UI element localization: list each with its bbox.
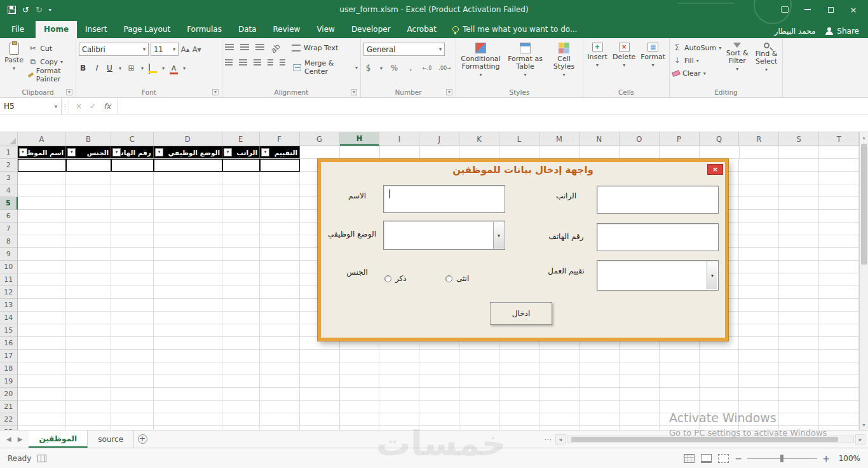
cell-A5[interactable] — [18, 197, 67, 210]
tell-me-box[interactable]: Tell me what you want to do... — [445, 21, 585, 38]
cell-E20[interactable] — [222, 388, 260, 401]
cell-O17[interactable] — [620, 350, 660, 362]
userform-close-button[interactable]: × — [707, 164, 723, 175]
cell-S8[interactable] — [779, 235, 819, 248]
cell-K21[interactable] — [459, 401, 499, 413]
cell-C8[interactable] — [111, 235, 154, 248]
tab-view[interactable]: View — [308, 21, 342, 38]
sheet-tab-source[interactable]: source — [88, 430, 134, 448]
job-dropdown-icon[interactable]: ▾ — [493, 222, 504, 249]
cell-R22[interactable] — [739, 413, 779, 426]
cell-D3[interactable] — [154, 172, 222, 184]
cell-N19[interactable] — [580, 375, 620, 388]
cell-P22[interactable] — [660, 413, 700, 426]
cell-P17[interactable] — [660, 350, 700, 362]
cell-L18[interactable] — [499, 362, 539, 375]
column-header-A[interactable]: A — [18, 132, 67, 146]
cell-E11[interactable] — [222, 273, 260, 286]
cell-F7[interactable] — [260, 223, 300, 235]
cell-B4[interactable] — [66, 184, 111, 197]
cell-B21[interactable] — [66, 401, 111, 413]
rating-dropdown-icon[interactable]: ▾ — [707, 261, 717, 289]
column-header-O[interactable]: O — [620, 132, 660, 146]
row-header-5[interactable]: 5 — [0, 197, 18, 210]
cell-A2[interactable] — [18, 159, 67, 172]
cell-C9[interactable] — [111, 248, 154, 261]
cell-K23[interactable] — [459, 426, 499, 430]
cell-A13[interactable] — [18, 299, 67, 312]
cell-A4[interactable] — [18, 184, 67, 197]
cell-I20[interactable] — [379, 388, 419, 401]
cell-A12[interactable] — [18, 286, 67, 299]
cell-T12[interactable] — [819, 286, 859, 299]
clipboard-dialog-launcher[interactable]: ▾ — [66, 89, 72, 95]
cell-H21[interactable] — [340, 401, 380, 413]
increase-decimal-icon[interactable]: ←.0 — [423, 65, 431, 71]
sheet-nav-right-icon[interactable]: ▶ — [18, 436, 23, 443]
cell-L20[interactable] — [499, 388, 539, 401]
cell-L17[interactable] — [499, 350, 539, 362]
cell-G23[interactable] — [300, 426, 340, 430]
share-button[interactable]: Share — [825, 27, 859, 36]
cell-S23[interactable] — [779, 426, 819, 430]
new-sheet-button[interactable]: + — [134, 430, 151, 448]
cell-B8[interactable] — [66, 235, 111, 248]
align-bottom-icon[interactable] — [255, 44, 264, 45]
cell-F23[interactable] — [260, 426, 300, 430]
cell-T20[interactable] — [819, 388, 859, 401]
tab-overflow-icon[interactable]: ⋯ — [544, 435, 552, 444]
percent-style-icon[interactable]: % — [390, 64, 399, 72]
clear-button[interactable]: Clear▾ — [672, 67, 721, 79]
cell-E18[interactable] — [222, 362, 260, 375]
cell-Q1[interactable] — [700, 146, 740, 159]
cell-E1[interactable]: ▾الراتب — [222, 146, 260, 159]
cell-D2[interactable] — [154, 159, 222, 172]
cell-C13[interactable] — [111, 299, 154, 312]
zoom-level[interactable]: 100% — [836, 454, 860, 463]
cell-M19[interactable] — [539, 375, 580, 388]
cell-R2[interactable] — [739, 159, 779, 172]
job-status-combobox[interactable]: ▾ — [383, 221, 505, 250]
cell-I17[interactable] — [379, 350, 419, 362]
cell-D14[interactable] — [154, 312, 222, 324]
cell-O20[interactable] — [620, 388, 660, 401]
cell-A15[interactable] — [18, 324, 67, 337]
cell-P18[interactable] — [660, 362, 700, 375]
cell-G20[interactable] — [300, 388, 340, 401]
cell-O22[interactable] — [620, 413, 660, 426]
cell-E13[interactable] — [222, 299, 260, 312]
cell-C5[interactable] — [111, 197, 154, 210]
cell-C11[interactable] — [111, 273, 154, 286]
fill-color-button[interactable] — [149, 64, 157, 72]
row-header-16[interactable]: 16 — [0, 337, 18, 350]
redo-icon[interactable]: ↻ — [36, 5, 43, 15]
vertical-scrollbar-thumb[interactable] — [861, 144, 867, 265]
cell-T9[interactable] — [819, 248, 859, 261]
row-header-1[interactable]: 1 — [0, 146, 18, 159]
insert-function-icon[interactable]: fx — [104, 102, 111, 111]
cell-I18[interactable] — [379, 362, 419, 375]
cell-R15[interactable] — [739, 324, 779, 337]
close-button[interactable]: × — [843, 1, 864, 18]
cell-F4[interactable] — [260, 184, 300, 197]
cell-A6[interactable] — [18, 210, 67, 223]
cell-R12[interactable] — [739, 286, 779, 299]
column-header-F[interactable]: F — [260, 132, 300, 146]
cancel-entry-icon[interactable]: × — [76, 102, 82, 111]
cell-Q23[interactable] — [700, 426, 740, 430]
column-header-I[interactable]: I — [379, 132, 419, 146]
salary-input[interactable] — [597, 186, 719, 214]
cell-A23[interactable] — [18, 426, 67, 430]
hscroll-left-icon[interactable]: ◂ — [555, 434, 566, 444]
horizontal-scrollbar-thumb[interactable] — [571, 437, 838, 442]
cell-H1[interactable] — [340, 146, 380, 159]
align-right-icon[interactable] — [254, 59, 261, 60]
cell-M17[interactable] — [539, 350, 580, 362]
rating-combobox[interactable]: ▾ — [597, 260, 719, 291]
cell-J20[interactable] — [419, 388, 459, 401]
filter-button-F[interactable]: ▾ — [261, 148, 269, 156]
macro-record-icon[interactable] — [37, 455, 46, 462]
cell-H17[interactable] — [340, 350, 380, 362]
cell-O18[interactable] — [620, 362, 660, 375]
cell-T23[interactable] — [819, 426, 859, 430]
